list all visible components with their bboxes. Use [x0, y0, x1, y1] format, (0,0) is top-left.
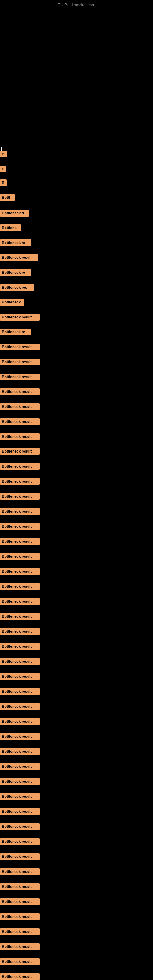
label-29: Bottleneck result	[0, 568, 40, 575]
label-21: Bottleneck result	[0, 448, 40, 455]
label-12: Bottleneck result	[0, 314, 40, 321]
label-4: Bottl	[0, 194, 15, 201]
label-31: Bottleneck result	[0, 598, 40, 605]
label-25: Bottleneck result	[0, 508, 40, 515]
label-3: B	[0, 180, 7, 186]
label-22: Bottleneck result	[0, 463, 40, 470]
label-55: Bottleneck result	[0, 958, 40, 965]
label-41: Bottleneck result	[0, 748, 40, 755]
label-9: Bottleneck re	[0, 269, 31, 276]
label-39: Bottleneck result	[0, 718, 40, 725]
label-5: Bottleneck d	[0, 210, 29, 216]
label-23: Bottleneck result	[0, 478, 40, 485]
label-54: Bottleneck result	[0, 943, 40, 950]
label-8: Bottleneck resul	[0, 254, 38, 261]
label-51: Bottleneck result	[0, 898, 40, 905]
label-14: Bottleneck result	[0, 344, 40, 350]
label-47: Bottleneck result	[0, 838, 40, 845]
label-16: Bottleneck result	[0, 374, 40, 380]
label-36: Bottleneck result	[0, 673, 40, 680]
label-44: Bottleneck result	[0, 793, 40, 800]
label-34: Bottleneck result	[0, 643, 40, 650]
label-35: Bottleneck result	[0, 658, 40, 665]
label-1: B	[0, 151, 7, 158]
label-18: Bottleneck result	[0, 403, 40, 410]
label-42: Bottleneck result	[0, 763, 40, 770]
label-37: Bottleneck result	[0, 688, 40, 695]
label-19: Bottleneck result	[0, 418, 40, 425]
vertical-line	[1, 147, 2, 151]
label-17: Bottleneck result	[0, 388, 40, 395]
label-7: Bottleneck re	[0, 240, 31, 246]
label-20: Bottleneck result	[0, 433, 40, 440]
label-46: Bottleneck result	[0, 823, 40, 830]
label-33: Bottleneck result	[0, 628, 40, 635]
label-15: Bottleneck result	[0, 359, 40, 365]
label-50: Bottleneck result	[0, 883, 40, 890]
label-28: Bottleneck result	[0, 553, 40, 560]
label-52: Bottleneck result	[0, 913, 40, 920]
label-24: Bottleneck result	[0, 493, 40, 500]
label-40: Bottleneck result	[0, 733, 40, 740]
label-13: Bottleneck re	[0, 329, 31, 335]
label-27: Bottleneck result	[0, 538, 40, 545]
label-48: Bottleneck result	[0, 853, 40, 860]
label-45: Bottleneck result	[0, 808, 40, 815]
label-6: Bottlene	[0, 224, 21, 231]
label-2: E	[0, 166, 5, 172]
label-53: Bottleneck result	[0, 928, 40, 935]
label-32: Bottleneck result	[0, 613, 40, 620]
label-11: Bottleneck	[0, 299, 24, 305]
label-30: Bottleneck result	[0, 583, 40, 590]
label-26: Bottleneck result	[0, 523, 40, 530]
label-56: Bottleneck result	[0, 973, 40, 980]
site-title: TheBottlenecker.com	[58, 2, 95, 7]
label-43: Bottleneck result	[0, 778, 40, 785]
label-38: Bottleneck result	[0, 703, 40, 710]
label-49: Bottleneck result	[0, 868, 40, 875]
label-10: Bottleneck res	[0, 284, 34, 291]
